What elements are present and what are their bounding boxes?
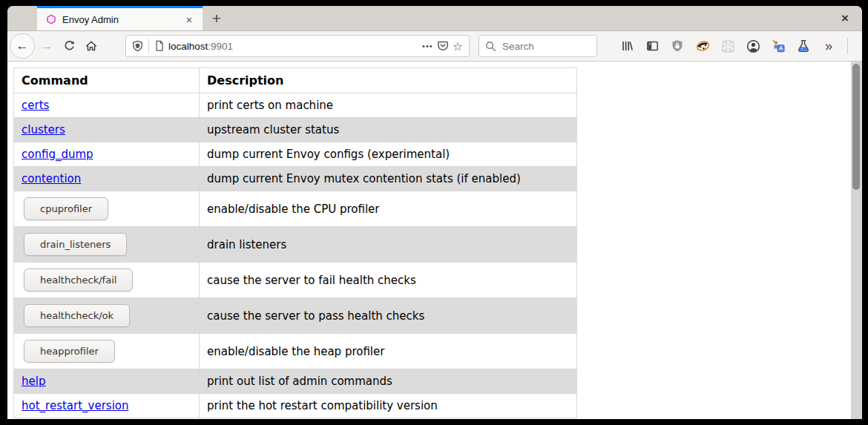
shield-lock-icon xyxy=(671,39,684,53)
url-port: :9901 xyxy=(208,41,233,52)
admin-commands-table: Command Description certs print certs on… xyxy=(13,67,577,418)
home-button[interactable] xyxy=(81,36,102,56)
table-row: hot_restart_version print the hot restar… xyxy=(14,394,577,418)
new-tab-button[interactable]: + xyxy=(203,6,231,30)
window-close-button[interactable]: × xyxy=(828,6,862,30)
command-link[interactable]: contention xyxy=(22,172,81,185)
command-cell: config_dump xyxy=(14,142,200,167)
reload-button[interactable] xyxy=(59,36,79,56)
forward-icon: → xyxy=(41,39,53,53)
tab-bar-lead-space xyxy=(7,6,37,30)
bookmark-star-icon[interactable]: ☆ xyxy=(453,39,463,53)
tab-bar: Envoy Admin × + × xyxy=(7,6,862,31)
description-cell: enable/disable the heap profiler xyxy=(200,334,577,369)
tab-close-icon[interactable]: × xyxy=(182,13,197,26)
shield-lock-extension-button[interactable] xyxy=(667,36,688,56)
table-row: healthcheck/ok cause the server to pass … xyxy=(14,298,577,334)
command-cell: hot_restart_version xyxy=(14,394,200,418)
search-bar[interactable] xyxy=(479,35,597,57)
tab-bar-spacer xyxy=(231,6,828,30)
home-icon xyxy=(85,40,97,52)
description-cell: enable/disable the CPU profiler xyxy=(200,191,577,227)
page-info-icon[interactable] xyxy=(154,40,165,52)
command-cell: drain_listeners xyxy=(14,227,200,263)
address-bar[interactable]: localhost:9901 ••• ☆ xyxy=(125,35,470,57)
translate-icon: A xyxy=(772,39,785,53)
description-cell: print certs on machine xyxy=(200,93,577,118)
scrollbar-thumb[interactable] xyxy=(852,64,860,190)
description-cell: cause the server to fail health checks xyxy=(200,263,577,298)
search-icon xyxy=(485,41,496,52)
back-button[interactable]: ← xyxy=(10,33,35,59)
table-row: help print out list of admin commands xyxy=(14,369,577,394)
command-link[interactable]: help xyxy=(22,375,45,388)
command-cell: help xyxy=(14,369,200,394)
table-row: cpuprofiler enable/disable the CPU profi… xyxy=(14,191,577,227)
table-row: drain_listeners drain listeners xyxy=(14,227,577,263)
translate-extension-button[interactable]: A xyxy=(768,36,789,56)
search-input[interactable] xyxy=(501,40,591,53)
svg-text:A: A xyxy=(779,45,783,52)
overflow-menu-button[interactable]: » xyxy=(818,36,839,56)
badger-icon xyxy=(696,39,710,53)
library-button[interactable] xyxy=(617,36,637,56)
sidebars-icon xyxy=(646,40,659,52)
column-header-description: Description xyxy=(200,68,577,93)
table-row: heapprofiler enable/disable the heap pro… xyxy=(14,334,577,369)
web-pattern-icon xyxy=(721,39,735,53)
column-header-command: Command xyxy=(14,68,200,93)
privacy-badger-extension-button[interactable] xyxy=(692,36,713,56)
command-button[interactable]: healthcheck/ok xyxy=(24,304,130,327)
back-icon: ← xyxy=(16,39,29,53)
description-cell: dump current Envoy configs (experimental… xyxy=(200,142,577,167)
description-cell: print out list of admin commands xyxy=(200,369,577,394)
chevron-double-right-icon: » xyxy=(825,39,832,54)
url-host: localhost xyxy=(168,41,208,52)
command-link[interactable]: certs xyxy=(22,99,49,112)
table-row: config_dump dump current Envoy configs (… xyxy=(14,142,577,167)
toolbar-separator xyxy=(847,38,848,54)
table-row: clusters upstream cluster status xyxy=(14,118,577,142)
page-content: Command Description certs print certs on… xyxy=(7,62,862,419)
command-cell: clusters xyxy=(14,118,200,142)
description-cell: dump current Envoy mutex contention stat… xyxy=(200,167,577,191)
sidebars-button[interactable] xyxy=(642,36,662,56)
command-link[interactable]: clusters xyxy=(22,123,65,136)
app-menu-button[interactable]: ≡ xyxy=(858,36,862,56)
url-text[interactable]: localhost:9901 xyxy=(168,41,418,52)
description-cell: cause the server to pass health checks xyxy=(200,298,577,334)
command-button[interactable]: drain_listeners xyxy=(24,233,127,256)
disabled-extension-button[interactable] xyxy=(717,36,738,56)
command-cell: contention xyxy=(14,167,200,191)
command-link[interactable]: config_dump xyxy=(22,148,93,161)
page-actions-icon[interactable]: ••• xyxy=(422,42,433,50)
command-button[interactable]: cpuprofiler xyxy=(24,197,108,220)
account-icon xyxy=(746,39,760,53)
reload-icon xyxy=(63,40,75,52)
command-cell: healthcheck/ok xyxy=(14,298,200,334)
description-cell: print the hot restart compatibility vers… xyxy=(200,394,577,418)
forward-button[interactable]: → xyxy=(36,36,57,56)
envoy-favicon-icon xyxy=(46,14,56,24)
browser-window: Envoy Admin × + × ← → xyxy=(7,6,862,419)
tracking-protection-shield-icon[interactable] xyxy=(132,40,143,52)
command-button[interactable]: healthcheck/fail xyxy=(24,268,133,291)
flask-extension-button[interactable] xyxy=(793,36,814,56)
tab-envoy-admin[interactable]: Envoy Admin × xyxy=(37,6,203,30)
table-row: certs print certs on machine xyxy=(14,93,577,118)
table-row: healthcheck/fail cause the server to fai… xyxy=(14,263,577,298)
tab-title: Envoy Admin xyxy=(62,14,176,25)
vertical-scrollbar[interactable] xyxy=(851,62,862,419)
flask-icon xyxy=(797,39,810,53)
command-cell: cpuprofiler xyxy=(14,191,200,227)
account-button[interactable] xyxy=(743,36,763,56)
navigation-toolbar: ← → xyxy=(7,31,862,62)
command-cell: heapprofiler xyxy=(14,334,200,369)
table-header-row: Command Description xyxy=(14,68,577,93)
command-link[interactable]: hot_restart_version xyxy=(22,399,129,412)
library-icon xyxy=(621,40,634,52)
command-cell: healthcheck/fail xyxy=(14,263,200,298)
description-cell: drain listeners xyxy=(200,227,577,263)
pocket-icon[interactable] xyxy=(437,40,449,52)
command-button[interactable]: heapprofiler xyxy=(24,340,115,363)
